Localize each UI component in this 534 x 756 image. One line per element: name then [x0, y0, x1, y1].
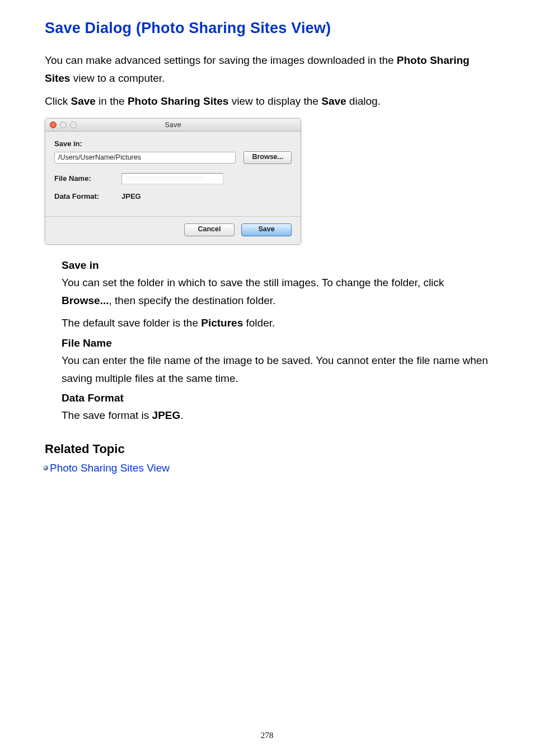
- text: .: [180, 409, 183, 421]
- text: , then specify the destination folder.: [109, 295, 275, 306]
- term-pictures: Pictures: [201, 317, 243, 329]
- def-desc-file-name: You can enter the file name of the image…: [62, 352, 489, 388]
- data-format-label: Data Format:: [54, 192, 121, 200]
- browse-button[interactable]: Browse...: [243, 151, 292, 164]
- dialog-titlebar: Save: [45, 119, 301, 132]
- close-icon[interactable]: [50, 122, 57, 128]
- text: view to a computer.: [70, 72, 165, 84]
- file-name-label: File Name:: [54, 174, 121, 183]
- def-desc-save-in-2: The default save folder is the Pictures …: [62, 314, 489, 332]
- text: view to display the: [228, 95, 321, 107]
- term-jpeg: JPEG: [152, 409, 181, 421]
- page-title: Save Dialog (Photo Sharing Sites View): [45, 20, 489, 37]
- related-link-row: Photo Sharing Sites View: [43, 462, 489, 474]
- data-format-value: JPEG: [121, 192, 141, 200]
- def-term-file-name: File Name: [62, 337, 489, 349]
- file-name-input[interactable]: [121, 173, 223, 184]
- text: in the: [96, 95, 128, 107]
- term-save: Save: [71, 95, 95, 107]
- text: Click: [45, 95, 71, 107]
- save-in-label: Save in:: [54, 139, 292, 148]
- cancel-button[interactable]: Cancel: [184, 223, 235, 236]
- intro-paragraph-2: Click Save in the Photo Sharing Sites vi…: [45, 92, 489, 110]
- def-desc-data-format: The save format is JPEG.: [62, 407, 489, 424]
- dialog-footer: Cancel Save: [54, 223, 292, 239]
- def-term-save-in: Save in: [62, 259, 489, 272]
- intro-paragraph-1: You can make advanced settings for savin…: [45, 52, 489, 88]
- term-browse: Browse...: [62, 295, 109, 306]
- minimize-icon[interactable]: [60, 122, 67, 128]
- definitions: Save in You can set the folder in which …: [62, 259, 489, 425]
- related-topic-heading: Related Topic: [45, 442, 489, 456]
- page-number: 278: [0, 731, 534, 740]
- text: You can set the folder in which to save …: [62, 277, 444, 288]
- save-in-path[interactable]: /Users/UserName/Pictures: [54, 152, 236, 164]
- dialog-body: Save in: /Users/UserName/Pictures Browse…: [45, 132, 301, 244]
- text: The save format is: [62, 409, 152, 421]
- def-term-data-format: Data Format: [62, 392, 489, 404]
- related-link-photo-sharing-sites-view[interactable]: Photo Sharing Sites View: [50, 462, 170, 474]
- text: The default save folder is the: [62, 317, 201, 329]
- def-desc-save-in-1: You can set the folder in which to save …: [62, 274, 489, 310]
- term-save: Save: [321, 95, 346, 107]
- term-photo-sharing-sites: Photo Sharing Sites: [128, 95, 229, 107]
- text: You can make advanced settings for savin…: [45, 54, 397, 66]
- save-dialog: Save Save in: /Users/UserName/Pictures B…: [45, 118, 301, 245]
- text: folder.: [243, 317, 275, 329]
- text: dialog.: [346, 95, 381, 107]
- bullet-icon: [43, 465, 48, 470]
- zoom-icon[interactable]: [70, 122, 77, 128]
- separator: [45, 216, 301, 217]
- save-button[interactable]: Save: [241, 223, 292, 236]
- dialog-title: Save: [45, 120, 301, 129]
